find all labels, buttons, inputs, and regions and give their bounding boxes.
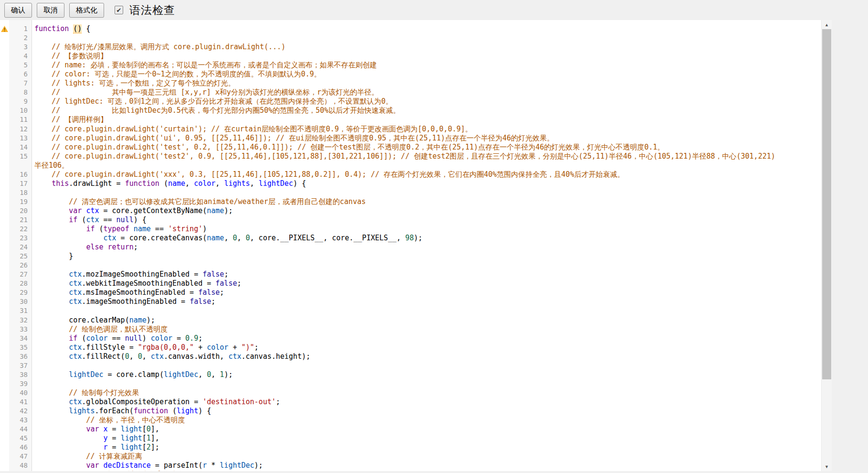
scrollbar-thumb[interactable] [822, 29, 831, 379]
syntax-check-checkbox[interactable]: ✔ [115, 6, 123, 14]
code-line[interactable]: 37 [0, 361, 821, 370]
code-line[interactable]: 22 if (typeof name == 'string') [0, 225, 821, 234]
code-line[interactable]: 26 [0, 261, 821, 270]
code-line[interactable]: 49 // 正方形区域的直径和左上角坐标 [0, 470, 821, 471]
code-line[interactable]: 2 [0, 33, 821, 43]
vertical-scrollbar[interactable]: ▲ ▼ [821, 20, 832, 471]
line-number: 34 [20, 334, 28, 343]
code-text: this.drawLight = function (name, color, … [32, 179, 821, 188]
line-number: 38 [20, 370, 28, 379]
code-line[interactable]: 16 // core.plugin.drawLight('xxx', 0.3, … [0, 170, 821, 179]
code-text: } [32, 252, 821, 261]
code-line[interactable]: 42 lights.forEach(function (light) { [0, 407, 821, 416]
code-line[interactable]: 34 if (color == null) color = 0.9; [0, 334, 821, 343]
code-line[interactable]: 13 // core.plugin.drawLight('ui', 0.95, … [0, 134, 821, 143]
code-line[interactable]: 8 // 其中每一项是三元组 [x,y,r] x和y分别为该灯光的横纵坐标，r为… [0, 88, 821, 97]
code-line[interactable]: 47 // 计算衰减距离 [0, 452, 821, 461]
line-gutter: 40 [0, 388, 32, 398]
code-line[interactable]: 6 // color: 可选，只能是一个0~1之间的数，为不透明度的值。不填则默… [0, 70, 821, 79]
line-gutter: 30 [0, 297, 32, 306]
code-line[interactable]: 17 this.drawLight = function (name, colo… [0, 179, 821, 188]
format-button[interactable]: 格式化 [69, 3, 104, 18]
code-line[interactable]: 32 core.clearMap(name); [0, 316, 821, 325]
line-gutter: 43 [0, 416, 32, 425]
line-number: 25 [20, 252, 28, 261]
code-line[interactable]: !1function () { [0, 24, 821, 33]
code-line[interactable]: 半径106。 [0, 161, 821, 170]
checkmark-icon: ✔ [116, 7, 122, 13]
code-line[interactable]: 31 [0, 306, 821, 315]
line-gutter: 6 [0, 70, 32, 79]
code-line[interactable]: 24 else return; [0, 243, 821, 252]
code-line[interactable]: 7 // lights: 可选，一个数组，定义了每个独立的灯光。 [0, 79, 821, 88]
line-number: 23 [20, 234, 28, 243]
code-line[interactable]: 21 if (ctx == null) { [0, 215, 821, 225]
code-text: lightDec = core.clamp(lightDec, 0, 1); [32, 370, 821, 379]
line-number: 29 [20, 288, 28, 297]
code-line[interactable]: 48 var decDistance = parseInt(r * lightD… [0, 461, 821, 470]
code-line[interactable]: 18 [0, 188, 821, 197]
code-editor[interactable]: !1function () {23 // 绘制灯光/漆黑层效果。调用方式 cor… [0, 20, 832, 471]
code-line[interactable]: 33 // 绘制色调层，默认不透明度 [0, 325, 821, 334]
line-gutter: 46 [0, 443, 32, 452]
code-line[interactable]: 30 ctx.imageSmoothingEnabled = false; [0, 297, 821, 306]
code-line[interactable]: 29 ctx.msImageSmoothingEnabled = false; [0, 288, 821, 297]
code-line[interactable]: 10 // 比如lightDec为0.5代表，每个灯光部分内圈50%的范围全亮，… [0, 106, 821, 115]
scrollbar-down-icon[interactable]: ▼ [822, 462, 832, 471]
line-gutter: 12 [0, 125, 32, 134]
scrollbar-up-icon[interactable]: ▲ [822, 21, 832, 29]
line-gutter: 15 [0, 152, 32, 161]
line-gutter: 10 [0, 106, 32, 115]
code-line[interactable]: 43 // 坐标，半径，中心不透明度 [0, 416, 821, 425]
line-gutter: 24 [0, 243, 32, 252]
code-line[interactable]: 4 // 【参数说明】 [0, 52, 821, 61]
code-line[interactable]: 14 // core.plugin.drawLight('test', 0.2,… [0, 143, 821, 152]
line-gutter: 9 [0, 97, 32, 106]
line-number: 32 [20, 316, 28, 325]
code-line[interactable]: 11 // 【调用样例】 [0, 115, 821, 124]
code-line[interactable]: 3 // 绘制灯光/漆黑层效果。调用方式 core.plugin.drawLig… [0, 43, 821, 52]
line-number: 12 [20, 125, 28, 134]
line-gutter: 14 [0, 143, 32, 152]
code-line[interactable]: 38 lightDec = core.clamp(lightDec, 0, 1)… [0, 370, 821, 379]
code-line[interactable]: 23 ctx = core.createCanvas(name, 0, 0, c… [0, 234, 821, 243]
code-line[interactable]: 25 } [0, 252, 821, 261]
line-number: 41 [20, 398, 28, 407]
line-gutter: 33 [0, 325, 32, 334]
code-text: var x = light[0], [32, 425, 821, 434]
code-line[interactable]: 5 // name: 必填，要绘制到的画布名；可以是一个系统画布，或者是个自定义… [0, 61, 821, 70]
code-text: if (color == null) color = 0.9; [32, 334, 821, 343]
code-line[interactable]: 28 ctx.webkitImageSmoothingEnabled = fal… [0, 279, 821, 288]
code-text: // 正方形区域的直径和左上角坐标 [32, 470, 821, 471]
code-line[interactable]: 27 ctx.mozImageSmoothingEnabled = false; [0, 270, 821, 279]
code-line[interactable]: 44 var x = light[0], [0, 425, 821, 434]
code-line[interactable]: 39 [0, 379, 821, 388]
code-text: if (ctx == null) { [32, 215, 821, 225]
confirm-button[interactable]: 确认 [4, 3, 32, 18]
line-gutter: 28 [0, 279, 32, 288]
line-gutter: 21 [0, 215, 32, 225]
code-line[interactable]: 40 // 绘制每个灯光效果 [0, 388, 821, 398]
code-text: function () { [32, 24, 821, 33]
code-text: ctx.fillStyle = "rgba(0,0,0," + color + … [32, 343, 821, 352]
code-line[interactable]: 45 y = light[1], [0, 434, 821, 443]
code-line[interactable]: 20 var ctx = core.getContextByName(name)… [0, 206, 821, 215]
line-number: 6 [24, 70, 28, 79]
line-number: 37 [20, 361, 28, 370]
code-line[interactable]: 9 // lightDec: 可选，0到1之间，光从多少百分比才开始衰减（在此范… [0, 97, 821, 106]
code-text: ctx.webkitImageSmoothingEnabled = false; [32, 279, 821, 288]
code-text: // 【调用样例】 [32, 115, 821, 124]
code-line[interactable]: 12 // core.plugin.drawLight('curtain'); … [0, 125, 821, 134]
code-line[interactable]: 46 r = light[2]; [0, 443, 821, 452]
code-line[interactable]: 35 ctx.fillStyle = "rgba(0,0,0," + color… [0, 343, 821, 352]
code-line[interactable]: 15 // core.plugin.drawLight('test2', 0.9… [0, 152, 821, 161]
line-gutter: 32 [0, 316, 32, 325]
code-line[interactable]: 19 // 清空色调层；也可以修改成其它层比如animate/weather层，… [0, 197, 821, 206]
line-gutter: 3 [0, 43, 32, 52]
code-text: // lightDec: 可选，0到1之间，光从多少百分比才开始衰减（在此范围内… [32, 97, 821, 106]
line-number: 4 [24, 52, 28, 61]
code-line[interactable]: 36 ctx.fillRect(0, 0, ctx.canvas.width, … [0, 352, 821, 361]
cancel-button[interactable]: 取消 [37, 3, 64, 18]
code-line[interactable]: 41 ctx.globalCompositeOperation = 'desti… [0, 398, 821, 407]
line-number: 40 [20, 388, 28, 398]
